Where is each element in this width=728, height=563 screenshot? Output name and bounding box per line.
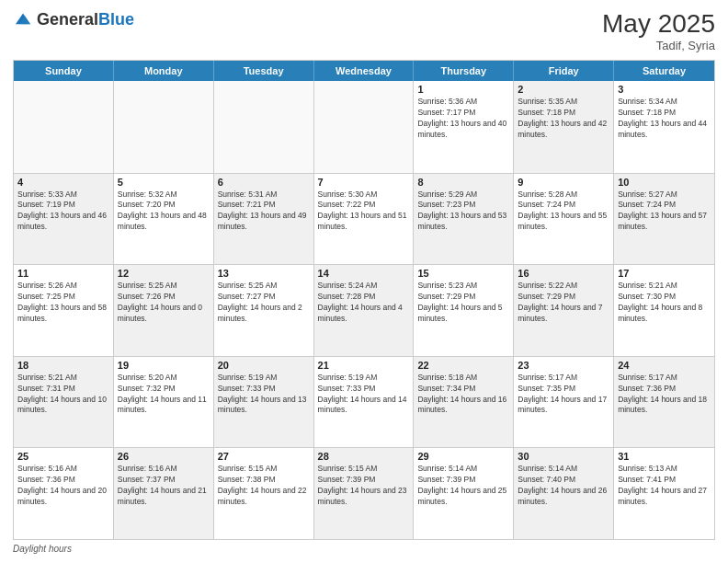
title-block: May 2025 Tadif, Syria xyxy=(602,9,715,52)
calendar-cell: 13Sunrise: 5:25 AMSunset: 7:27 PMDayligh… xyxy=(214,265,314,356)
day-info: Sunrise: 5:32 AMSunset: 7:20 PMDaylight:… xyxy=(118,190,210,234)
calendar-cell: 23Sunrise: 5:17 AMSunset: 7:35 PMDayligh… xyxy=(514,357,614,448)
calendar: Sunday Monday Tuesday Wednesday Thursday… xyxy=(13,60,715,540)
calendar-cell: 21Sunrise: 5:19 AMSunset: 7:33 PMDayligh… xyxy=(314,357,415,448)
day-info: Sunrise: 5:15 AMSunset: 7:38 PMDaylight:… xyxy=(218,464,310,508)
day-number: 22 xyxy=(417,360,509,371)
day-number: 16 xyxy=(518,268,609,279)
calendar-cell xyxy=(14,81,114,173)
calendar-cell: 16Sunrise: 5:22 AMSunset: 7:29 PMDayligh… xyxy=(514,265,614,356)
day-info: Sunrise: 5:34 AMSunset: 7:18 PMDaylight:… xyxy=(618,97,711,141)
calendar-cell: 15Sunrise: 5:23 AMSunset: 7:29 PMDayligh… xyxy=(414,265,514,356)
logo: GeneralBlue xyxy=(13,9,134,29)
calendar-cell: 19Sunrise: 5:20 AMSunset: 7:32 PMDayligh… xyxy=(114,357,214,448)
page: GeneralBlue May 2025 Tadif, Syria Sunday… xyxy=(0,0,728,563)
logo-blue: Blue xyxy=(98,10,134,29)
day-number: 14 xyxy=(318,268,410,279)
calendar-cell: 12Sunrise: 5:25 AMSunset: 7:26 PMDayligh… xyxy=(114,265,214,356)
day-info: Sunrise: 5:16 AMSunset: 7:37 PMDaylight:… xyxy=(118,464,210,508)
calendar-cell: 27Sunrise: 5:15 AMSunset: 7:38 PMDayligh… xyxy=(214,448,314,539)
calendar-cell: 29Sunrise: 5:14 AMSunset: 7:39 PMDayligh… xyxy=(414,448,514,539)
logo-icon xyxy=(13,9,33,29)
day-info: Sunrise: 5:31 AMSunset: 7:21 PMDaylight:… xyxy=(218,190,310,234)
day-number: 21 xyxy=(318,360,410,371)
day-info: Sunrise: 5:17 AMSunset: 7:36 PMDaylight:… xyxy=(618,373,711,417)
day-info: Sunrise: 5:22 AMSunset: 7:29 PMDaylight:… xyxy=(518,281,609,325)
day-info: Sunrise: 5:35 AMSunset: 7:18 PMDaylight:… xyxy=(518,97,609,141)
day-info: Sunrise: 5:27 AMSunset: 7:24 PMDaylight:… xyxy=(618,190,711,234)
day-number: 6 xyxy=(218,177,310,188)
day-info: Sunrise: 5:28 AMSunset: 7:24 PMDaylight:… xyxy=(518,190,609,234)
day-info: Sunrise: 5:17 AMSunset: 7:35 PMDaylight:… xyxy=(518,373,609,417)
calendar-cell: 6Sunrise: 5:31 AMSunset: 7:21 PMDaylight… xyxy=(214,174,314,265)
day-number: 3 xyxy=(618,84,711,95)
day-number: 15 xyxy=(417,268,509,279)
day-number: 27 xyxy=(218,451,310,462)
day-info: Sunrise: 5:21 AMSunset: 7:30 PMDaylight:… xyxy=(618,281,711,325)
day-info: Sunrise: 5:23 AMSunset: 7:29 PMDaylight:… xyxy=(417,281,509,325)
day-info: Sunrise: 5:20 AMSunset: 7:32 PMDaylight:… xyxy=(118,373,210,417)
footer-label: Daylight hours xyxy=(13,544,72,554)
day-number: 23 xyxy=(518,360,609,371)
day-info: Sunrise: 5:15 AMSunset: 7:39 PMDaylight:… xyxy=(318,464,410,508)
day-info: Sunrise: 5:24 AMSunset: 7:28 PMDaylight:… xyxy=(318,281,410,325)
day-info: Sunrise: 5:16 AMSunset: 7:36 PMDaylight:… xyxy=(17,464,109,508)
header-monday: Monday xyxy=(114,61,214,81)
day-number: 31 xyxy=(618,451,711,462)
day-number: 28 xyxy=(318,451,410,462)
day-info: Sunrise: 5:18 AMSunset: 7:34 PMDaylight:… xyxy=(417,373,509,417)
calendar-cell: 10Sunrise: 5:27 AMSunset: 7:24 PMDayligh… xyxy=(614,174,714,265)
calendar-body: 1Sunrise: 5:36 AMSunset: 7:17 PMDaylight… xyxy=(14,81,714,539)
calendar-row: 11Sunrise: 5:26 AMSunset: 7:25 PMDayligh… xyxy=(14,264,714,356)
calendar-cell: 11Sunrise: 5:26 AMSunset: 7:25 PMDayligh… xyxy=(14,265,114,356)
day-number: 20 xyxy=(218,360,310,371)
day-number: 18 xyxy=(17,360,109,371)
calendar-header: Sunday Monday Tuesday Wednesday Thursday… xyxy=(14,61,714,81)
day-number: 29 xyxy=(417,451,509,462)
day-info: Sunrise: 5:19 AMSunset: 7:33 PMDaylight:… xyxy=(218,373,310,417)
day-info: Sunrise: 5:21 AMSunset: 7:31 PMDaylight:… xyxy=(17,373,109,417)
day-number: 13 xyxy=(218,268,310,279)
day-info: Sunrise: 5:26 AMSunset: 7:25 PMDaylight:… xyxy=(17,281,109,325)
calendar-cell: 18Sunrise: 5:21 AMSunset: 7:31 PMDayligh… xyxy=(14,357,114,448)
calendar-cell: 24Sunrise: 5:17 AMSunset: 7:36 PMDayligh… xyxy=(614,357,714,448)
calendar-cell xyxy=(314,81,415,173)
day-info: Sunrise: 5:25 AMSunset: 7:27 PMDaylight:… xyxy=(218,281,310,325)
calendar-cell: 14Sunrise: 5:24 AMSunset: 7:28 PMDayligh… xyxy=(314,265,415,356)
header-saturday: Saturday xyxy=(614,61,714,81)
day-number: 1 xyxy=(417,84,509,95)
day-number: 10 xyxy=(618,177,711,188)
calendar-cell xyxy=(214,81,314,173)
day-info: Sunrise: 5:33 AMSunset: 7:19 PMDaylight:… xyxy=(17,190,109,234)
logo-general: General xyxy=(37,10,98,29)
day-info: Sunrise: 5:25 AMSunset: 7:26 PMDaylight:… xyxy=(118,281,210,325)
month-year: May 2025 xyxy=(602,9,715,39)
calendar-cell xyxy=(114,81,214,173)
calendar-cell: 9Sunrise: 5:28 AMSunset: 7:24 PMDaylight… xyxy=(514,174,614,265)
day-info: Sunrise: 5:36 AMSunset: 7:17 PMDaylight:… xyxy=(417,97,509,141)
day-number: 17 xyxy=(618,268,711,279)
day-info: Sunrise: 5:13 AMSunset: 7:41 PMDaylight:… xyxy=(618,464,711,508)
day-number: 11 xyxy=(17,268,109,279)
calendar-cell: 28Sunrise: 5:15 AMSunset: 7:39 PMDayligh… xyxy=(314,448,415,539)
day-number: 5 xyxy=(118,177,210,188)
day-info: Sunrise: 5:14 AMSunset: 7:39 PMDaylight:… xyxy=(417,464,509,508)
day-number: 9 xyxy=(518,177,609,188)
header-sunday: Sunday xyxy=(14,61,114,81)
header-tuesday: Tuesday xyxy=(214,61,314,81)
calendar-cell: 22Sunrise: 5:18 AMSunset: 7:34 PMDayligh… xyxy=(414,357,514,448)
calendar-cell: 31Sunrise: 5:13 AMSunset: 7:41 PMDayligh… xyxy=(614,448,714,539)
day-number: 2 xyxy=(518,84,609,95)
calendar-cell: 17Sunrise: 5:21 AMSunset: 7:30 PMDayligh… xyxy=(614,265,714,356)
calendar-cell: 25Sunrise: 5:16 AMSunset: 7:36 PMDayligh… xyxy=(14,448,114,539)
calendar-row: 25Sunrise: 5:16 AMSunset: 7:36 PMDayligh… xyxy=(14,447,714,539)
calendar-row: 4Sunrise: 5:33 AMSunset: 7:19 PMDaylight… xyxy=(14,173,714,265)
location: Tadif, Syria xyxy=(602,39,715,52)
day-number: 7 xyxy=(318,177,410,188)
day-number: 30 xyxy=(518,451,609,462)
calendar-row: 18Sunrise: 5:21 AMSunset: 7:31 PMDayligh… xyxy=(14,356,714,448)
calendar-cell: 7Sunrise: 5:30 AMSunset: 7:22 PMDaylight… xyxy=(314,174,415,265)
header: GeneralBlue May 2025 Tadif, Syria xyxy=(13,9,715,52)
day-info: Sunrise: 5:30 AMSunset: 7:22 PMDaylight:… xyxy=(318,190,410,234)
calendar-cell: 8Sunrise: 5:29 AMSunset: 7:23 PMDaylight… xyxy=(414,174,514,265)
